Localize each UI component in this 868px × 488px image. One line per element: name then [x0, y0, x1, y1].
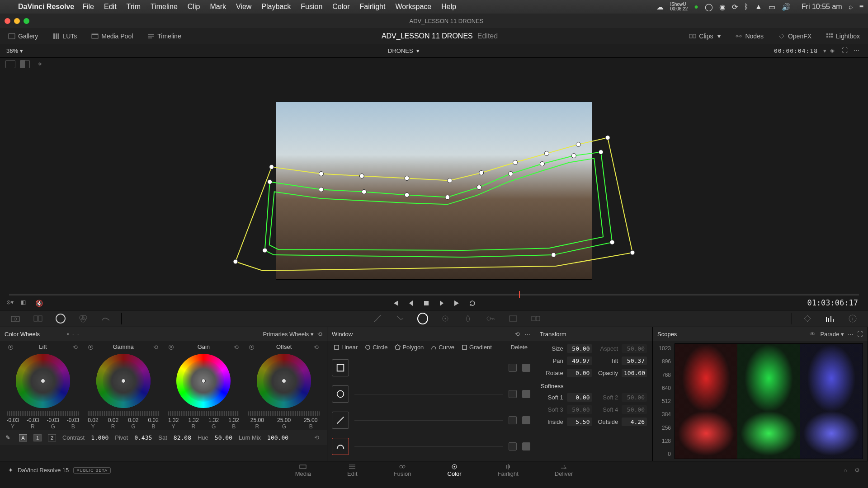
auto-balance-icon[interactable]: ✎: [5, 434, 13, 441]
wheel-reset-icon[interactable]: ⟲: [313, 344, 320, 350]
menu-workspace[interactable]: Workspace: [395, 3, 431, 11]
viewer-zoom[interactable]: 36% ▾: [6, 47, 33, 54]
mask-invert-icon[interactable]: [509, 364, 517, 372]
window-item-curve[interactable]: [332, 436, 530, 456]
gain-jog[interactable]: [168, 411, 240, 416]
keyframe-timeline-icon[interactable]: [802, 314, 813, 324]
window-icon[interactable]: [417, 314, 428, 324]
adjust-page-2[interactable]: 2: [48, 434, 56, 441]
power-window-overlay[interactable]: [213, 66, 637, 307]
wheel-value[interactable]: 0.02: [128, 417, 138, 423]
sat-value[interactable]: 82.08: [174, 434, 191, 441]
soft1-value[interactable]: 0.00: [567, 393, 592, 402]
gamma-jog[interactable]: [88, 411, 159, 416]
menu-fairlight[interactable]: Fairlight: [360, 3, 386, 11]
wifi-icon[interactable]: ▲: [755, 3, 762, 11]
camera-raw-icon[interactable]: [10, 314, 21, 324]
picker-icon[interactable]: ⦿: [248, 344, 255, 350]
opacity-value[interactable]: 100.00: [622, 369, 647, 377]
color-match-icon[interactable]: [33, 314, 43, 324]
window-minimize-button[interactable]: [14, 18, 20, 24]
mask-mode-icon[interactable]: [522, 442, 530, 450]
mute-icon[interactable]: 🔇: [35, 300, 43, 307]
offset-wheel[interactable]: [257, 354, 311, 408]
wheel-value[interactable]: 1.32: [228, 417, 239, 423]
window-delete-button[interactable]: Delete: [507, 343, 531, 352]
target-icon[interactable]: ◉: [719, 3, 726, 11]
menu-help[interactable]: Help: [441, 3, 456, 11]
pen-shape-icon[interactable]: [332, 412, 349, 429]
mask-mode-icon[interactable]: [522, 364, 530, 372]
gain-wheel[interactable]: [176, 354, 231, 408]
next-clip-button[interactable]: [453, 300, 461, 307]
window-item-pen[interactable]: [332, 410, 530, 430]
toolbar-lightbox[interactable]: Lightbox: [823, 31, 863, 42]
scopes-expand-icon[interactable]: ⛶: [857, 331, 863, 338]
page-fusion[interactable]: Fusion: [394, 464, 411, 477]
menu-mark[interactable]: Mark: [210, 3, 226, 11]
wheel-value[interactable]: 25.00: [304, 417, 317, 423]
viewer-clip-name[interactable]: DRONES ▾: [33, 47, 774, 54]
toolbar-mediapool[interactable]: Media Pool: [89, 31, 136, 42]
wheel-value[interactable]: 0.02: [148, 417, 159, 423]
picker-icon[interactable]: ⦿: [168, 344, 175, 350]
stereo-icon[interactable]: [530, 314, 541, 324]
linear-shape-icon[interactable]: [332, 359, 349, 376]
search-icon[interactable]: ⌕: [849, 3, 853, 11]
window-polygon-button[interactable]: Polygon: [392, 343, 426, 352]
viewer-image[interactable]: [276, 101, 592, 280]
toolbar-timeline[interactable]: Timeline: [145, 31, 184, 42]
menu-timeline[interactable]: Timeline: [151, 3, 178, 11]
menu-file[interactable]: File: [82, 3, 94, 11]
window-linear-button[interactable]: Linear: [331, 343, 360, 352]
adjust-reset-icon[interactable]: ⟲: [314, 434, 321, 441]
stop-button[interactable]: [423, 300, 430, 307]
onion-skin-icon[interactable]: ⊙▾: [6, 299, 14, 307]
wheel-value[interactable]: 25.00: [250, 417, 264, 423]
size-value[interactable]: 50.00: [567, 344, 592, 353]
window-options-icon[interactable]: ⋯: [524, 331, 530, 338]
tracker-icon[interactable]: [440, 314, 451, 324]
mask-invert-icon[interactable]: [509, 390, 517, 398]
lift-wheel[interactable]: [16, 354, 70, 408]
prev-clip-button[interactable]: [392, 300, 399, 307]
adjust-page-1n[interactable]: 1: [33, 434, 42, 441]
adjust-page-1[interactable]: A: [19, 434, 27, 441]
scopes-mode-dropdown[interactable]: Parade ▾: [820, 331, 844, 338]
qualifier-icon[interactable]: [395, 314, 406, 324]
recorder-icon[interactable]: IShowU 00:06:22: [670, 2, 688, 11]
rotate-value[interactable]: 0.00: [567, 369, 592, 377]
split-view-icon[interactable]: ◧: [21, 299, 29, 307]
cloud-icon[interactable]: ☁: [656, 3, 664, 11]
rgb-mixer-icon[interactable]: [78, 314, 89, 324]
wheel-value[interactable]: -0.03: [7, 417, 19, 423]
scopes-options-icon[interactable]: ⋯: [848, 331, 854, 338]
inside-value[interactable]: 5.50: [567, 418, 592, 426]
wheel-reset-icon[interactable]: ⟲: [233, 344, 239, 350]
page-color[interactable]: Color: [448, 464, 462, 477]
menu-trim[interactable]: Trim: [127, 3, 141, 11]
menu-extra-icon[interactable]: ≡: [859, 3, 863, 11]
menu-color[interactable]: Color: [332, 3, 349, 11]
motion-effects-icon[interactable]: [100, 314, 111, 324]
menu-clip[interactable]: Clip: [188, 3, 200, 11]
offset-jog[interactable]: [248, 411, 320, 416]
lift-jog[interactable]: [7, 411, 79, 416]
loop-button[interactable]: [469, 300, 476, 307]
tilt-value[interactable]: 50.37: [622, 357, 647, 365]
contrast-value[interactable]: 1.000: [91, 434, 108, 441]
menu-playback[interactable]: Playback: [261, 3, 291, 11]
wheel-value[interactable]: 1.32: [168, 417, 179, 423]
wheel-value[interactable]: -0.03: [27, 417, 39, 423]
settings-icon[interactable]: ⚙: [854, 467, 860, 474]
battery-icon[interactable]: ▭: [769, 3, 775, 11]
circle-shape-icon[interactable]: [332, 385, 349, 403]
volume-icon[interactable]: 🔊: [782, 3, 791, 11]
pan-value[interactable]: 49.97: [567, 357, 592, 365]
expand-icon[interactable]: ⛶: [842, 47, 850, 55]
mac-clock[interactable]: Fri 10:55 am: [802, 3, 842, 11]
toolbar-clips[interactable]: Clips▾: [686, 31, 723, 42]
page-edit[interactable]: Edit: [347, 464, 357, 477]
wheel-value[interactable]: -0.03: [47, 417, 59, 423]
window-curve-button[interactable]: Curve: [428, 343, 457, 352]
